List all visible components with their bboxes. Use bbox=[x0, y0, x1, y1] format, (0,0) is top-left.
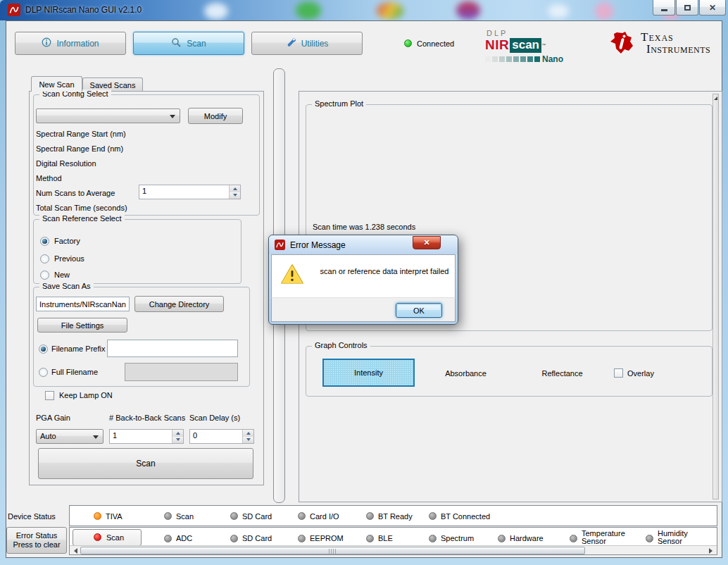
error-spectrum-label: Spectrum bbox=[441, 534, 474, 542]
scan-config-combo[interactable] bbox=[36, 108, 180, 123]
scroll-right-arrow[interactable] bbox=[708, 547, 717, 554]
tab-utilities-label: Utilities bbox=[301, 39, 329, 49]
device-scan-indicator bbox=[164, 512, 172, 520]
minimize-button[interactable] bbox=[653, 0, 675, 15]
error-ble-label: BLE bbox=[378, 534, 393, 542]
reflectance-button[interactable]: Reflectance bbox=[522, 369, 603, 378]
back-to-back-spinbox[interactable]: 1 bbox=[109, 429, 184, 444]
resize-grip-icon bbox=[713, 96, 718, 101]
scrollbar-thumb[interactable] bbox=[80, 547, 585, 554]
filename-prefix-field[interactable] bbox=[107, 340, 238, 357]
scan-button-label: Scan bbox=[136, 459, 155, 468]
chevron-down-icon bbox=[93, 435, 99, 442]
file-settings-label: File Settings bbox=[61, 321, 104, 330]
window-titlebar[interactable]: DLP NIRscan Nano GUI v2.1.0 ✕ bbox=[0, 0, 728, 20]
num-scans-value: 1 bbox=[142, 187, 146, 195]
close-button[interactable]: ✕ bbox=[699, 0, 726, 15]
graph-controls-legend: Graph Controls bbox=[312, 341, 370, 349]
error-humidity-indicator bbox=[646, 535, 653, 542]
ok-button[interactable]: OK bbox=[396, 303, 442, 318]
maximize-button[interactable] bbox=[676, 0, 698, 15]
filename-prefix-input[interactable] bbox=[111, 342, 234, 355]
intensity-button[interactable]: Intensity bbox=[322, 359, 415, 387]
modify-button[interactable]: Modify bbox=[188, 108, 243, 124]
app-icon bbox=[8, 4, 20, 18]
pga-gain-label: PGA Gain bbox=[36, 414, 70, 422]
overlay-label: Overlay bbox=[627, 369, 654, 378]
device-status-row: TIVA Scan SD Card Card I/O BT Ready BT C… bbox=[69, 505, 717, 526]
spectral-range-end-label: Spectral Range End (nm) bbox=[36, 144, 123, 153]
device-btready-indicator bbox=[366, 512, 374, 520]
previous-radio[interactable] bbox=[40, 254, 49, 263]
error-status-clear-button[interactable]: Error Status Press to clear bbox=[6, 527, 67, 554]
error-dialog-message: scan or reference data interpret failed bbox=[315, 267, 453, 275]
device-btconnected-label: BT Connected bbox=[441, 512, 490, 521]
full-filename-label: Full Filename bbox=[51, 368, 98, 376]
dialog-close-button[interactable]: ✕ bbox=[413, 236, 441, 249]
error-temperature-indicator bbox=[570, 535, 577, 542]
absorbance-button[interactable]: Absorbance bbox=[425, 369, 506, 378]
tab-information[interactable]: Information bbox=[15, 32, 126, 55]
pga-gain-combo[interactable]: Auto bbox=[36, 429, 103, 444]
desktop-blob bbox=[296, 1, 321, 20]
new-radio[interactable] bbox=[40, 271, 49, 280]
spin-arrows[interactable] bbox=[172, 430, 183, 443]
absorbance-label: Absorbance bbox=[445, 369, 487, 378]
error-dialog-title: Error Message bbox=[290, 240, 346, 250]
filename-prefix-radio[interactable] bbox=[39, 344, 48, 354]
error-adc-label: ADC bbox=[176, 534, 192, 542]
spin-arrows[interactable] bbox=[242, 430, 253, 443]
tab-saved-scans-label: Saved Scans bbox=[90, 81, 136, 89]
scan-delay-value: 0 bbox=[193, 431, 197, 440]
num-scans-spinbox[interactable]: 1 bbox=[139, 185, 241, 199]
chevron-down-icon bbox=[170, 115, 175, 121]
tab-utilities[interactable]: Utilities bbox=[251, 32, 363, 55]
right-panel-scrollbar[interactable] bbox=[713, 94, 719, 499]
logo-squares: Nano bbox=[485, 54, 573, 64]
logo-tm: ™ bbox=[541, 43, 546, 47]
logo-dlp: DLP bbox=[487, 29, 573, 37]
spin-arrows[interactable] bbox=[229, 185, 240, 199]
error-dialog-titlebar[interactable]: Error Message ✕ bbox=[269, 235, 458, 254]
full-filename-input bbox=[128, 365, 234, 379]
scan-button[interactable]: Scan bbox=[38, 448, 253, 479]
error-humidity-label: Humidity Sensor bbox=[658, 530, 697, 545]
error-dialog-footer: OK bbox=[271, 297, 456, 322]
keep-lamp-label: Keep Lamp ON bbox=[59, 391, 113, 399]
overlay-checkbox[interactable] bbox=[614, 368, 623, 378]
ti-line1: Texas bbox=[641, 31, 710, 43]
error-status-label-1: Error Status bbox=[16, 531, 58, 540]
file-settings-button[interactable]: File Settings bbox=[37, 318, 127, 333]
change-directory-button[interactable]: Change Directory bbox=[134, 296, 224, 312]
full-filename-radio[interactable] bbox=[39, 368, 48, 377]
window-title: DLP NIRscan Nano GUI v2.1.0 bbox=[25, 5, 142, 15]
dialog-app-icon bbox=[275, 240, 285, 250]
error-temperature-label: Temperature Sensor bbox=[582, 530, 627, 545]
tab-new-scan[interactable]: New Scan bbox=[31, 76, 82, 92]
scan-delay-spinbox[interactable]: 0 bbox=[189, 429, 254, 444]
keep-lamp-checkbox[interactable] bbox=[45, 391, 54, 400]
device-scan-label: Scan bbox=[176, 512, 194, 521]
directory-input[interactable] bbox=[39, 299, 126, 309]
tab-scan[interactable]: Scan bbox=[133, 32, 244, 55]
filename-prefix-label: Filename Prefix bbox=[51, 344, 105, 353]
scan-delay-label: Scan Delay (s) bbox=[189, 414, 240, 422]
num-scans-label: Num Scans to Average bbox=[36, 189, 115, 197]
intensity-button-label: Intensity bbox=[354, 368, 383, 377]
ti-logo: Texas Instruments bbox=[608, 31, 710, 59]
new-label: New bbox=[54, 271, 70, 279]
pga-gain-value: Auto bbox=[40, 432, 56, 440]
horizontal-scrollbar[interactable] bbox=[70, 545, 717, 554]
desktop-blob bbox=[204, 3, 228, 20]
error-hardware-indicator bbox=[498, 535, 506, 542]
device-tiva-label: TIVA bbox=[106, 512, 123, 521]
directory-field[interactable] bbox=[36, 297, 130, 311]
desktop-blob bbox=[456, 1, 480, 20]
scroll-left-arrow[interactable] bbox=[70, 547, 79, 554]
error-ble-indicator bbox=[366, 535, 374, 542]
error-eeprom-label: EEPROM bbox=[310, 534, 344, 542]
scan-reference-legend: Scan Reference Select bbox=[39, 214, 125, 223]
previous-label: Previous bbox=[54, 254, 84, 263]
desktop-blob bbox=[548, 4, 569, 18]
factory-radio[interactable] bbox=[40, 237, 49, 246]
